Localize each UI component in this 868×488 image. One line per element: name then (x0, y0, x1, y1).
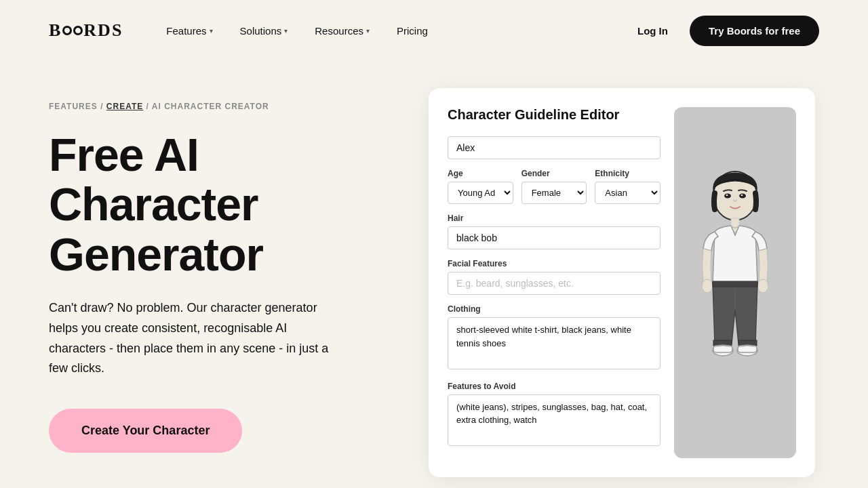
breadcrumb: FEATURES / CREATE / AI CHARACTER CREATOR (49, 102, 388, 111)
age-group: Age Young Adult Child Teen Adult Middle … (448, 169, 513, 204)
avoid-section: Features to Avoid (white jeans), stripes… (448, 382, 660, 449)
try-free-button[interactable]: Try Boords for free (690, 16, 819, 46)
hair-label: Hair (448, 214, 660, 223)
nav-links: Features ▾ Solutions ▾ Resources ▾ Prici… (155, 20, 629, 42)
gender-group: Gender Female Male Non-binary (521, 169, 587, 204)
avoid-textarea[interactable]: (white jeans), stripes, sunglasses, bag,… (448, 394, 660, 447)
name-input[interactable] (448, 136, 660, 159)
svg-point-4 (741, 195, 743, 196)
editor-title: Character Guideline Editor (448, 107, 660, 123)
ethnicity-group: Ethnicity Asian Black White Hispanic Mix… (595, 169, 660, 204)
editor-card: Character Guideline Editor Age Young Adu… (429, 88, 815, 477)
logo[interactable]: BRDS (49, 20, 123, 41)
avoid-label: Features to Avoid (448, 382, 660, 391)
svg-rect-9 (713, 281, 757, 287)
svg-point-1 (724, 194, 731, 199)
breadcrumb-create[interactable]: CREATE (106, 102, 143, 111)
clothing-label: Clothing (448, 304, 660, 314)
character-preview (674, 107, 796, 458)
facial-input[interactable] (448, 272, 660, 295)
gender-select[interactable]: Female Male Non-binary (521, 182, 587, 204)
chevron-down-icon: ▾ (284, 27, 288, 35)
chevron-down-icon: ▾ (210, 27, 213, 35)
hair-section: Hair (448, 214, 660, 249)
ethnicity-label: Ethnicity (595, 169, 660, 178)
nav-right: Log In Try Boords for free (629, 16, 819, 46)
hair-input[interactable] (448, 226, 660, 249)
clothing-section: Clothing short-sleeved white t-shirt, bl… (448, 304, 660, 372)
svg-point-7 (757, 279, 768, 293)
facial-label: Facial Features (448, 259, 660, 268)
age-select[interactable]: Young Adult Child Teen Adult Middle Aged… (448, 182, 513, 204)
hero-section: FEATURES / CREATE / AI CHARACTER CREATOR… (49, 88, 388, 453)
nav-item-features[interactable]: Features ▾ (155, 20, 223, 42)
svg-point-6 (702, 279, 713, 293)
gender-label: Gender (521, 169, 587, 178)
facial-section: Facial Features (448, 259, 660, 295)
svg-point-3 (726, 195, 728, 196)
login-button[interactable]: Log In (629, 20, 676, 42)
chevron-down-icon: ▾ (366, 27, 370, 35)
ethnicity-select[interactable]: Asian Black White Hispanic Mixed (595, 182, 660, 204)
hero-title: Free AI Character Generator (49, 130, 388, 279)
character-illustration (674, 107, 796, 458)
demographics-row: Age Young Adult Child Teen Adult Middle … (448, 169, 660, 204)
breadcrumb-features: FEATURES (49, 102, 98, 111)
hero-description: Can't draw? No problem. Our character ge… (49, 298, 347, 379)
navbar: BRDS Features ▾ Solutions ▾ Resources ▾ … (0, 0, 868, 61)
nav-item-resources[interactable]: Resources ▾ (304, 20, 380, 42)
age-label: Age (448, 169, 513, 178)
create-character-button[interactable]: Create Your Character (49, 409, 242, 453)
clothing-textarea[interactable]: short-sleeved white t-shirt, black jeans… (448, 317, 660, 369)
breadcrumb-ai-creator: AI CHARACTER CREATOR (152, 102, 269, 111)
nav-item-solutions[interactable]: Solutions ▾ (229, 20, 299, 42)
main-content: FEATURES / CREATE / AI CHARACTER CREATOR… (0, 61, 868, 488)
svg-point-2 (739, 194, 746, 199)
editor-form: Character Guideline Editor Age Young Adu… (448, 107, 660, 458)
nav-item-pricing[interactable]: Pricing (386, 20, 439, 42)
